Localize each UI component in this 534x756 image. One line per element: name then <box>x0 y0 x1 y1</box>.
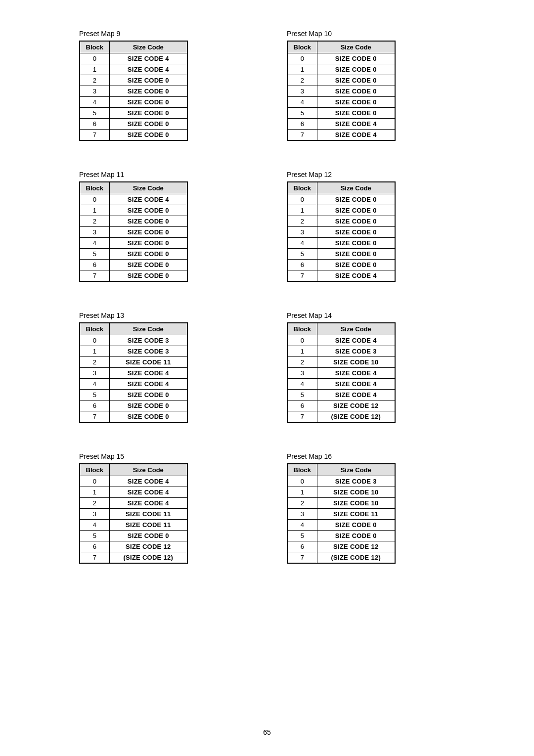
preset-map-11-row-0-cell-1: SIZE CODE 4 <box>109 194 187 205</box>
preset-map-15-row-2-cell-0: 2 <box>80 498 109 509</box>
preset-map-13-row-0-cell-1: SIZE CODE 3 <box>109 335 187 346</box>
preset-map-15-col-0: Block <box>80 464 109 476</box>
preset-map-15: Preset Map 15BlockSize Code0SIZE CODE 41… <box>79 452 247 564</box>
preset-map-16-row-6-cell-0: 6 <box>287 541 317 552</box>
table-row: 7SIZE CODE 4 <box>287 270 395 282</box>
preset-map-14-row-5-cell-0: 5 <box>287 390 317 400</box>
table-row: 4SIZE CODE 0 <box>287 520 395 531</box>
table-row: 7SIZE CODE 0 <box>80 270 187 282</box>
preset-map-15-title: Preset Map 15 <box>79 452 124 460</box>
preset-map-12-row-4-cell-0: 4 <box>287 238 317 249</box>
preset-map-11-row-6-cell-0: 6 <box>80 260 109 270</box>
preset-map-14-row-0-cell-1: SIZE CODE 4 <box>317 335 395 346</box>
preset-map-11-row-2-cell-1: SIZE CODE 0 <box>109 216 187 227</box>
preset-map-12-row-1-cell-0: 1 <box>287 205 317 216</box>
preset-map-16-row-5-cell-1: SIZE CODE 0 <box>317 531 395 541</box>
table-row: 5SIZE CODE 0 <box>287 108 395 119</box>
preset-map-12-row-3-cell-0: 3 <box>287 227 317 238</box>
preset-map-10-row-5-cell-1: SIZE CODE 0 <box>317 108 395 119</box>
preset-map-13-row-2-cell-0: 2 <box>80 357 109 368</box>
preset-map-13-col-1: Size Code <box>109 323 187 335</box>
preset-map-11-row-4-cell-0: 4 <box>80 238 109 249</box>
table-row: 5SIZE CODE 4 <box>287 390 395 400</box>
preset-map-13-row-4-cell-1: SIZE CODE 4 <box>109 379 187 390</box>
preset-map-14-row-3-cell-0: 3 <box>287 368 317 379</box>
preset-map-14: Preset Map 14BlockSize Code0SIZE CODE 41… <box>287 311 455 423</box>
table-row: 3SIZE CODE 11 <box>80 509 187 520</box>
preset-map-14-title: Preset Map 14 <box>287 311 332 319</box>
preset-map-12-row-7-cell-1: SIZE CODE 4 <box>317 270 395 282</box>
preset-map-12-row-5-cell-1: SIZE CODE 0 <box>317 249 395 260</box>
preset-map-14-row-6-cell-1: SIZE CODE 12 <box>317 400 395 411</box>
table-row: 5SIZE CODE 0 <box>80 390 187 400</box>
preset-map-16-row-3-cell-0: 3 <box>287 509 317 520</box>
table-row: 1SIZE CODE 4 <box>80 487 187 498</box>
preset-map-16-row-7-cell-0: 7 <box>287 552 317 564</box>
preset-map-15-row-5-cell-1: SIZE CODE 0 <box>109 531 187 541</box>
preset-map-11-col-0: Block <box>80 182 109 194</box>
preset-map-9-row-2-cell-0: 2 <box>80 75 109 86</box>
preset-map-13-row-3-cell-1: SIZE CODE 4 <box>109 368 187 379</box>
table-row: 2SIZE CODE 10 <box>287 498 395 509</box>
preset-map-12-row-4-cell-1: SIZE CODE 0 <box>317 238 395 249</box>
table-row: 6SIZE CODE 0 <box>80 119 187 130</box>
preset-map-16-row-2-cell-1: SIZE CODE 10 <box>317 498 395 509</box>
preset-map-10-row-0-cell-1: SIZE CODE 0 <box>317 53 395 64</box>
table-row: 6SIZE CODE 12 <box>287 400 395 411</box>
table-row: 1SIZE CODE 10 <box>287 487 395 498</box>
preset-map-13-row-6-cell-0: 6 <box>80 400 109 411</box>
table-row: 0SIZE CODE 3 <box>80 335 187 346</box>
preset-map-15-row-6-cell-0: 6 <box>80 541 109 552</box>
table-row: 7(SIZE CODE 12) <box>287 552 395 564</box>
table-row: 2SIZE CODE 0 <box>80 75 187 86</box>
preset-map-13-row-7-cell-0: 7 <box>80 411 109 423</box>
preset-map-9: Preset Map 9BlockSize Code0SIZE CODE 41S… <box>79 30 247 141</box>
preset-map-12-row-3-cell-1: SIZE CODE 0 <box>317 227 395 238</box>
preset-map-13-table: BlockSize Code0SIZE CODE 31SIZE CODE 32S… <box>79 322 188 423</box>
preset-map-12-row-5-cell-0: 5 <box>287 249 317 260</box>
table-row: 1SIZE CODE 3 <box>80 346 187 357</box>
preset-map-15-row-7-cell-0: 7 <box>80 552 109 564</box>
preset-map-15-row-0-cell-1: SIZE CODE 4 <box>109 476 187 487</box>
table-row: 3SIZE CODE 0 <box>287 227 395 238</box>
preset-map-12-col-1: Size Code <box>317 182 395 194</box>
preset-map-9-row-5-cell-1: SIZE CODE 0 <box>109 108 187 119</box>
preset-map-10-row-3-cell-1: SIZE CODE 0 <box>317 86 395 97</box>
preset-map-15-row-3-cell-1: SIZE CODE 11 <box>109 509 187 520</box>
preset-map-14-row-0-cell-0: 0 <box>287 335 317 346</box>
preset-map-9-table: BlockSize Code0SIZE CODE 41SIZE CODE 42S… <box>79 41 188 141</box>
preset-map-16-row-6-cell-1: SIZE CODE 12 <box>317 541 395 552</box>
preset-map-9-row-0-cell-1: SIZE CODE 4 <box>109 53 187 64</box>
preset-map-12-title: Preset Map 12 <box>287 171 332 178</box>
preset-map-16-table: BlockSize Code0SIZE CODE 31SIZE CODE 102… <box>287 463 396 564</box>
preset-map-13-row-3-cell-0: 3 <box>80 368 109 379</box>
page-content: Preset Map 9BlockSize Code0SIZE CODE 41S… <box>0 0 534 603</box>
preset-map-13-row-5-cell-1: SIZE CODE 0 <box>109 390 187 400</box>
preset-map-9-col-1: Size Code <box>109 41 187 53</box>
preset-map-12-row-2-cell-0: 2 <box>287 216 317 227</box>
preset-map-16: Preset Map 16BlockSize Code0SIZE CODE 31… <box>287 452 455 564</box>
preset-map-16-row-1-cell-1: SIZE CODE 10 <box>317 487 395 498</box>
preset-map-10-row-6-cell-0: 6 <box>287 119 317 130</box>
table-row: 2SIZE CODE 11 <box>80 357 187 368</box>
preset-map-14-table: BlockSize Code0SIZE CODE 41SIZE CODE 32S… <box>287 322 396 423</box>
table-row: 4SIZE CODE 4 <box>287 379 395 390</box>
preset-map-14-row-4-cell-1: SIZE CODE 4 <box>317 379 395 390</box>
preset-map-16-title: Preset Map 16 <box>287 452 332 460</box>
page-number: 65 <box>263 728 271 736</box>
preset-map-12-table: BlockSize Code0SIZE CODE 01SIZE CODE 02S… <box>287 181 396 282</box>
table-row: 7(SIZE CODE 12) <box>287 411 395 423</box>
preset-map-16-row-4-cell-0: 4 <box>287 520 317 531</box>
preset-map-10-row-4-cell-0: 4 <box>287 97 317 108</box>
preset-map-11-row-1-cell-1: SIZE CODE 0 <box>109 205 187 216</box>
preset-map-15-table: BlockSize Code0SIZE CODE 41SIZE CODE 42S… <box>79 463 188 564</box>
preset-map-11-row-3-cell-1: SIZE CODE 0 <box>109 227 187 238</box>
preset-map-10-row-1-cell-0: 1 <box>287 64 317 75</box>
table-row: 4SIZE CODE 0 <box>80 97 187 108</box>
table-row: 6SIZE CODE 0 <box>287 260 395 270</box>
preset-map-12-row-0-cell-0: 0 <box>287 194 317 205</box>
table-row: 6SIZE CODE 12 <box>80 541 187 552</box>
preset-map-13-row-7-cell-1: SIZE CODE 0 <box>109 411 187 423</box>
preset-map-11-row-3-cell-0: 3 <box>80 227 109 238</box>
table-row: 0SIZE CODE 4 <box>287 335 395 346</box>
